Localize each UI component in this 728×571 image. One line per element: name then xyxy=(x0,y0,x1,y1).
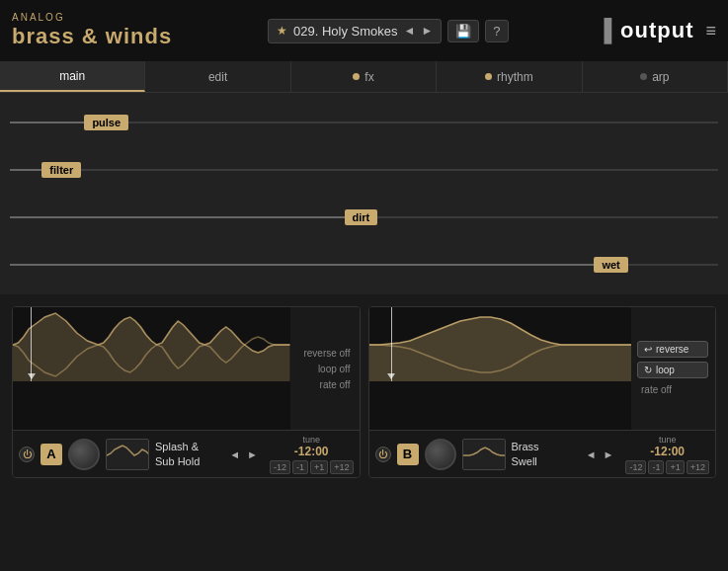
layer-a-waveform xyxy=(13,307,290,381)
layer-a-tune-value: -12:00 xyxy=(294,445,329,458)
preset-nav: ★ 029. Holy Smokes ◄ ► xyxy=(268,19,442,43)
layer-a-tune-step-3[interactable]: +1 xyxy=(310,460,328,474)
tab-bar: main edit fx rhythm arp xyxy=(0,61,728,93)
header: analog brass & winds ★ 029. Holy Smokes … xyxy=(0,0,728,61)
layer-a-bottom: ⏻ A Splash & Sub Hold ◄ ► tune -12:00 xyxy=(13,430,360,477)
layer-a-reverse-control[interactable]: reverse off xyxy=(300,347,353,360)
tab-fx-label: fx xyxy=(364,70,373,84)
layer-a-controls: reverse off loop off rate off xyxy=(290,307,360,430)
layer-b-tune-step-2[interactable]: -1 xyxy=(648,460,664,474)
layer-b-letter: B xyxy=(397,444,419,465)
layer-a-sample-name: Splash & Sub Hold xyxy=(155,440,221,468)
layer-a-sample-info: Splash & Sub Hold xyxy=(155,440,221,468)
help-button[interactable]: ? xyxy=(485,20,508,42)
layer-b-sample-thumb xyxy=(462,439,506,470)
tab-arp-label: arp xyxy=(652,70,669,84)
layer-b-volume-knob[interactable] xyxy=(425,439,456,470)
layer-b-tune-step-1[interactable]: -12 xyxy=(625,460,646,474)
tab-main-label: main xyxy=(59,69,85,83)
prev-preset-button[interactable]: ◄ xyxy=(404,24,416,38)
wet-label[interactable]: wet xyxy=(594,257,627,273)
layer-a-next-sample-button[interactable]: ► xyxy=(245,447,260,462)
layer-b-tune-section: tune -12:00 -12 -1 +1 +12 xyxy=(625,435,709,474)
layer-b-panel: ↩ reverse ↻ loop rate off ⏻ B xyxy=(368,306,717,478)
layer-a-playhead xyxy=(31,307,32,381)
layer-b-next-sample-button[interactable]: ► xyxy=(602,447,616,462)
layer-b-tune-label: tune xyxy=(659,435,677,445)
tab-edit[interactable]: edit xyxy=(145,61,290,92)
reverse-arrow-icon: ↩ xyxy=(644,344,652,355)
layer-a-power-button[interactable]: ⏻ xyxy=(19,447,35,462)
preset-name: 029. Holy Smokes xyxy=(293,24,398,39)
layer-a-sample-nav: ◄ ► xyxy=(227,447,260,462)
macro-pulse-row: pulse xyxy=(0,99,728,146)
layers-section: reverse off loop off rate off ⏻ A Splash… xyxy=(0,298,728,486)
layer-b-reverse-button[interactable]: ↩ reverse xyxy=(637,341,708,358)
dirt-label[interactable]: dirt xyxy=(345,209,378,225)
macros-section: pulse filter dirt wet xyxy=(0,93,728,294)
next-preset-button[interactable]: ► xyxy=(421,24,433,38)
layer-a-panel: reverse off loop off rate off ⏻ A Splash… xyxy=(12,306,361,478)
layer-b-tune-value: -12:00 xyxy=(650,445,685,458)
layer-b-sample-name: Brass Swell xyxy=(512,440,578,468)
layer-a-sample-thumb xyxy=(106,439,149,470)
layer-b-tune-step-3[interactable]: +1 xyxy=(666,460,684,474)
dirt-fill xyxy=(10,216,364,218)
layer-b-playhead xyxy=(391,307,392,381)
wet-fill xyxy=(10,264,611,266)
layer-b-tune-steps: -12 -1 +1 +12 xyxy=(625,460,709,474)
filter-track xyxy=(10,169,718,171)
layer-b-controls: ↩ reverse ↻ loop rate off xyxy=(631,307,715,430)
macro-dirt-row: dirt xyxy=(0,194,728,241)
tab-edit-label: edit xyxy=(208,70,227,84)
macro-wet-row: wet xyxy=(0,241,728,288)
save-button[interactable]: 💾 xyxy=(447,20,479,42)
layer-b-tune-step-4[interactable]: +12 xyxy=(687,460,709,474)
layer-b-power-button[interactable]: ⏻ xyxy=(375,447,391,462)
layer-a-letter: A xyxy=(40,444,62,465)
star-icon: ★ xyxy=(277,24,287,38)
rhythm-dot xyxy=(485,73,492,80)
layer-a-tune-label: tune xyxy=(302,435,320,445)
layer-a-tune-step-2[interactable]: -1 xyxy=(292,460,308,474)
layer-b-reverse-label: reverse xyxy=(656,344,688,355)
layer-a-tune-step-1[interactable]: -12 xyxy=(270,460,290,474)
tab-rhythm[interactable]: rhythm xyxy=(437,61,582,92)
layer-a-prev-sample-button[interactable]: ◄ xyxy=(227,447,242,462)
macro-filter-row: filter xyxy=(0,146,728,194)
fx-dot xyxy=(353,73,360,80)
hamburger-icon[interactable]: ≡ xyxy=(705,21,716,41)
tab-main[interactable]: main xyxy=(0,61,145,92)
filter-label[interactable]: filter xyxy=(41,162,81,178)
layer-b-bottom: ⏻ B Brass Swell ◄ ► tune -12:00 xyxy=(369,430,716,477)
tab-fx[interactable]: fx xyxy=(291,61,437,92)
header-center: ★ 029. Holy Smokes ◄ ► 💾 ? xyxy=(268,19,509,43)
svg-rect-1 xyxy=(107,440,149,470)
power-b-icon: ⏻ xyxy=(378,449,387,459)
pulse-label[interactable]: pulse xyxy=(84,115,128,130)
tab-rhythm-label: rhythm xyxy=(497,70,533,84)
arp-dot xyxy=(640,73,647,80)
layer-b-prev-sample-button[interactable]: ◄ xyxy=(584,447,599,462)
power-icon: ⏻ xyxy=(23,449,32,459)
brand-analog: analog xyxy=(12,12,172,24)
layer-b-loop-button[interactable]: ↻ loop xyxy=(637,362,708,378)
output-logo: ▌output xyxy=(604,18,693,43)
layer-b-sample-nav: ◄ ► xyxy=(584,447,616,462)
tab-arp[interactable]: arp xyxy=(583,61,728,92)
loop-icon: ↻ xyxy=(644,365,652,375)
brand-name: brass & winds xyxy=(12,24,172,49)
layer-b-rate-control[interactable]: rate off xyxy=(637,382,676,397)
layer-b-sample-info: Brass Swell xyxy=(512,440,578,468)
layer-b-waveform xyxy=(369,307,632,381)
layer-a-tune-step-4[interactable]: +12 xyxy=(330,460,353,474)
layer-a-loop-control[interactable]: loop off xyxy=(315,363,354,375)
layer-a-tune-section: tune -12:00 -12 -1 +1 +12 xyxy=(270,435,354,474)
layer-a-volume-knob[interactable] xyxy=(68,439,100,470)
brand: analog brass & winds xyxy=(12,12,172,49)
layer-a-rate-control[interactable]: rate off xyxy=(317,378,354,391)
layer-b-loop-label: loop xyxy=(656,365,675,375)
layer-a-tune-steps: -12 -1 +1 +12 xyxy=(270,460,354,474)
